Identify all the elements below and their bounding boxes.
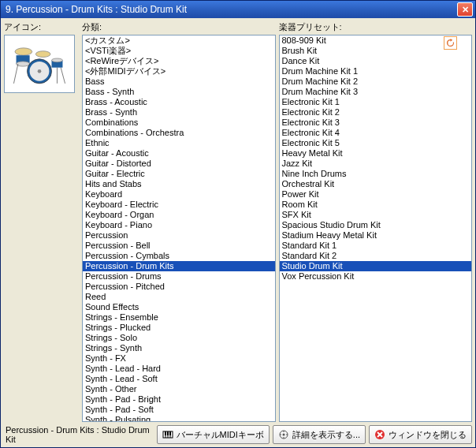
list-item[interactable]: Synth - Pad - Soft — [83, 405, 275, 415]
list-item[interactable]: Synth - Lead - Hard — [83, 364, 275, 374]
preset-label: 楽器プリセット: — [279, 21, 473, 33]
svg-point-6 — [38, 69, 42, 73]
svg-point-0 — [15, 48, 32, 55]
list-item[interactable]: Brush Kit — [280, 46, 472, 56]
list-item[interactable]: Keyboard — [83, 189, 275, 200]
svg-point-3 — [17, 62, 30, 66]
list-item[interactable]: Studio Drum Kit — [280, 261, 472, 271]
close-label: ウィンドウを閉じる — [389, 429, 467, 441]
show-details-button[interactable]: 詳細を表示する... — [273, 425, 366, 444]
list-item[interactable]: Ethnic — [83, 138, 275, 148]
list-item[interactable]: Drum Machine Kit 1 — [280, 66, 472, 77]
titlebar: 9. Percussion - Drum Kits : Studio Drum … — [1, 1, 475, 18]
list-item[interactable]: Guitar - Acoustic — [83, 148, 275, 159]
list-item[interactable]: Sound Effects — [83, 302, 275, 312]
status-text: Percussion - Drum Kits : Studio Drum Kit — [4, 425, 154, 444]
list-item[interactable]: Nine Inch Drums — [280, 169, 472, 179]
list-item[interactable]: Percussion - Drums — [83, 271, 275, 282]
close-button[interactable]: ✕ — [457, 2, 473, 17]
category-label: 分類: — [82, 21, 276, 33]
list-item[interactable]: Synth - Pulsating — [83, 415, 275, 422]
list-item[interactable]: Brass - Acoustic — [83, 97, 275, 107]
bottom-bar: Percussion - Drum Kits : Studio Drum Kit… — [4, 425, 472, 444]
list-item[interactable]: Guitar - Electric — [83, 169, 275, 179]
list-item[interactable]: Dance Kit — [280, 56, 472, 66]
list-item[interactable]: <カスタム> — [83, 35, 275, 46]
keyboard-icon — [162, 429, 173, 440]
list-item[interactable]: Synth - Pad - Bright — [83, 394, 275, 405]
list-item[interactable]: Electronic Kit 4 — [280, 128, 472, 138]
svg-rect-16 — [165, 431, 166, 435]
svg-point-1 — [35, 51, 50, 58]
list-item[interactable]: Electronic Kit 2 — [280, 107, 472, 118]
list-item[interactable]: Vox Percussion Kit — [280, 271, 472, 282]
list-item[interactable]: Guitar - Distorted — [83, 159, 275, 169]
list-item[interactable]: Synth - Other — [83, 384, 275, 394]
drumkit-icon — [9, 39, 70, 88]
list-item[interactable]: Stadium Heavy Metal Kit — [280, 230, 472, 241]
close-icon: ✕ — [462, 5, 469, 15]
list-item[interactable]: Combinations - Orchestra — [83, 128, 275, 138]
list-item[interactable]: Standard Kit 2 — [280, 251, 472, 261]
refresh-icon — [446, 39, 455, 47]
list-item[interactable]: Strings - Synth — [83, 343, 275, 353]
list-item[interactable]: Percussion - Drum Kits — [83, 261, 275, 271]
svg-point-8 — [52, 58, 63, 62]
list-item[interactable]: Percussion — [83, 230, 275, 241]
list-item[interactable]: Electronic Kit 1 — [280, 97, 472, 107]
list-item[interactable]: Electronic Kit 3 — [280, 118, 472, 128]
list-item[interactable]: Percussion - Cymbals — [83, 251, 275, 261]
svg-rect-18 — [169, 431, 171, 435]
details-label: 詳細を表示する... — [292, 429, 360, 441]
instrument-icon-box[interactable] — [4, 35, 75, 93]
preset-listbox[interactable]: 808-909 KitBrush KitDance KitDrum Machin… — [279, 35, 473, 422]
list-item[interactable]: Hits and Stabs — [83, 179, 275, 189]
svg-point-20 — [282, 434, 284, 436]
list-item[interactable]: <外部MIDIデバイス> — [83, 66, 275, 77]
list-item[interactable]: Keyboard - Organ — [83, 210, 275, 220]
list-item[interactable]: 808-909 Kit — [280, 35, 472, 46]
list-item[interactable]: Bass - Synth — [83, 87, 275, 97]
list-item[interactable]: Drum Machine Kit 2 — [280, 77, 472, 87]
list-item[interactable]: Electronic Kit 5 — [280, 138, 472, 148]
list-item[interactable]: Orchestral Kit — [280, 179, 472, 189]
virtual-midi-label: バーチャルMIDIキーボ — [177, 429, 264, 441]
dialog-body: アイコン: — [1, 18, 475, 447]
close-window-button[interactable]: ウィンドウを閉じる — [369, 425, 472, 444]
list-item[interactable]: Drum Machine Kit 3 — [280, 87, 472, 97]
list-item[interactable]: Percussion - Pitched — [83, 282, 275, 292]
columns: アイコン: — [4, 21, 472, 422]
list-item[interactable]: <VSTi楽器> — [83, 46, 275, 56]
list-item[interactable]: Synth - Lead - Soft — [83, 374, 275, 384]
list-item[interactable]: SFX Kit — [280, 210, 472, 220]
list-item[interactable]: Bass — [83, 77, 275, 87]
list-item[interactable]: Synth - FX — [83, 353, 275, 364]
svg-line-9 — [13, 64, 17, 84]
list-item[interactable]: Reed — [83, 292, 275, 302]
details-icon — [278, 429, 289, 440]
list-item[interactable]: Combinations — [83, 118, 275, 128]
virtual-midi-keyboard-button[interactable]: バーチャルMIDIキーボ — [157, 425, 270, 444]
list-item[interactable]: Standard Kit 1 — [280, 241, 472, 251]
list-item[interactable]: Strings - Ensemble — [83, 312, 275, 323]
list-item[interactable]: Strings - Solo — [83, 333, 275, 343]
svg-rect-17 — [167, 431, 169, 435]
list-item[interactable]: Room Kit — [280, 200, 472, 210]
icon-label: アイコン: — [4, 21, 79, 33]
list-item[interactable]: Keyboard - Piano — [83, 220, 275, 230]
list-item[interactable]: Heavy Metal Kit — [280, 148, 472, 159]
list-item[interactable]: Strings - Plucked — [83, 323, 275, 333]
refresh-button[interactable] — [444, 36, 457, 50]
list-item[interactable]: Power Kit — [280, 189, 472, 200]
preset-column: 楽器プリセット: 808-909 KitBrush KitDance KitDr… — [279, 21, 473, 422]
list-item[interactable]: Brass - Synth — [83, 107, 275, 118]
category-column: 分類: <カスタム><VSTi楽器><ReWireデバイス><外部MIDIデバイ… — [82, 21, 276, 422]
list-item[interactable]: Keyboard - Electric — [83, 200, 275, 210]
window-title: 9. Percussion - Drum Kits : Studio Drum … — [6, 4, 457, 15]
list-item[interactable]: Spacious Studio Drum Kit — [280, 220, 472, 230]
svg-line-10 — [61, 68, 65, 84]
list-item[interactable]: Jazz Kit — [280, 159, 472, 169]
list-item[interactable]: Percussion - Bell — [83, 241, 275, 251]
list-item[interactable]: <ReWireデバイス> — [83, 56, 275, 66]
category-listbox[interactable]: <カスタム><VSTi楽器><ReWireデバイス><外部MIDIデバイス>Ba… — [82, 35, 276, 422]
